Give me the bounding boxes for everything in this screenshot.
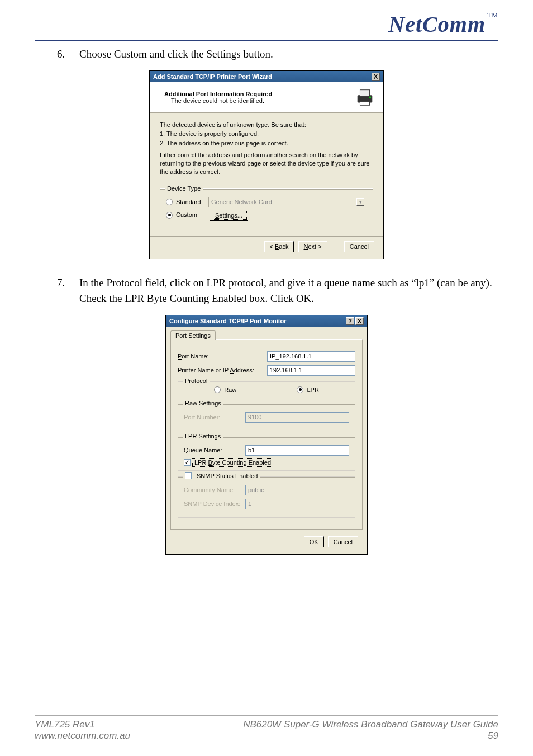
lpr-settings-legend: LPR Settings — [183, 433, 223, 440]
brand-logo: NetCommTM — [388, 11, 498, 37]
next-button[interactable]: Next > — [298, 241, 327, 252]
protocol-group: Protocol Raw LPR — [178, 381, 355, 398]
custom-radio-label[interactable]: Custom — [176, 211, 208, 219]
lpr-queue-label: Queue Name: — [184, 447, 245, 453]
wizard-body-line1: The detected device is of unknown type. … — [160, 121, 373, 129]
brand-text: NetComm — [388, 12, 486, 37]
portmonitor-tabstrip: Port Settings — [166, 327, 367, 339]
port-name-input[interactable] — [267, 351, 355, 362]
portmonitor-footer: OK Cancel — [166, 534, 367, 554]
lpr-bytecount-label: LPR Byte Counting Enabled — [193, 459, 272, 466]
portmonitor-dialog: Configure Standard TCP/IP Port Monitor ?… — [165, 315, 368, 555]
raw-radio-wrap[interactable]: Raw — [214, 386, 236, 393]
footer-doc-title: NB620W Super-G Wireless Broadband Gatewa… — [243, 719, 498, 730]
device-type-legend: Device Type — [165, 185, 203, 193]
wizard-subtitle-bold: Additional Port Information Required — [164, 91, 272, 97]
ok-button[interactable]: OK — [304, 536, 324, 547]
figure-portmonitor-dialog: Configure Standard TCP/IP Port Monitor ?… — [35, 315, 498, 555]
custom-radio[interactable] — [166, 212, 173, 219]
printer-icon — [354, 87, 375, 108]
device-type-combo[interactable]: Generic Network Card ▾ — [208, 197, 367, 207]
wizard-subtitle-small: The device could not be identified. — [171, 97, 272, 104]
page-footer: YML725 Rev1 www.netcomm.com.au NB620W Su… — [35, 715, 498, 741]
portmonitor-tab-body: Port Name: Printer Name or IP Address: P… — [170, 339, 363, 530]
step-6-number: 6. — [57, 46, 79, 63]
snmp-group: SNMP Status Enabled Community Name: SNMP… — [178, 476, 355, 518]
raw-radio[interactable] — [214, 386, 221, 393]
step-7: 7. In the Protocol field, click on LPR p… — [57, 275, 498, 307]
figure-wizard-dialog: Add Standard TCP/IP Printer Port Wizard … — [35, 70, 498, 259]
wizard-body-line3: 2. The address on the previous page is c… — [160, 139, 373, 148]
port-name-row: Port Name: — [178, 351, 355, 362]
wizard-body-line2: 1. The device is properly configured. — [160, 130, 373, 138]
snmp-legend[interactable]: SNMP Status Enabled — [183, 472, 260, 479]
lpr-radio-wrap[interactable]: LPR — [297, 386, 318, 393]
standard-radio-row: Standard Generic Network Card ▾ — [166, 197, 367, 207]
raw-settings-legend: Raw Settings — [183, 400, 223, 407]
printer-address-row: Printer Name or IP Address: — [178, 365, 355, 376]
step-6: 6. Choose Custom and click the Settings … — [57, 46, 498, 63]
cancel-button[interactable]: Cancel — [328, 536, 358, 547]
snmp-community-input — [245, 485, 349, 495]
portmonitor-title-text: Configure Standard TCP/IP Port Monitor — [169, 318, 286, 324]
lpr-bytecount-row[interactable]: LPR Byte Counting Enabled — [184, 459, 349, 466]
svg-rect-1 — [360, 89, 369, 96]
footer-left: YML725 Rev1 www.netcomm.com.au — [35, 719, 130, 741]
close-icon[interactable]: X — [372, 73, 380, 81]
standard-radio-label[interactable]: Standard — [176, 198, 208, 206]
close-icon[interactable]: X — [355, 317, 364, 325]
lpr-queue-input[interactable] — [245, 445, 349, 456]
snmp-legend-label: SNMP Status Enabled — [197, 472, 258, 479]
step-7-number: 7. — [57, 275, 79, 307]
wizard-subheader-text: Additional Port Information Required The… — [164, 91, 272, 104]
wizard-body-para2: Either correct the address and perform a… — [160, 151, 373, 176]
snmp-enabled-checkbox[interactable] — [185, 472, 192, 479]
step-6-text: Choose Custom and click the Settings but… — [79, 46, 498, 63]
device-type-combo-value: Generic Network Card — [211, 198, 272, 206]
settings-button[interactable]: Settings... — [210, 210, 248, 221]
lpr-radio[interactable] — [297, 386, 303, 393]
printer-address-input[interactable] — [267, 365, 355, 376]
lpr-bytecount-checkbox[interactable] — [184, 459, 191, 466]
back-button[interactable]: < Back — [264, 241, 294, 252]
wizard-footer: < Back Next > Cancel — [150, 236, 383, 259]
snmp-community-label: Community Name: — [184, 486, 245, 493]
raw-portnum-input — [245, 412, 349, 423]
snmp-index-label: SNMP Device Index: — [184, 500, 245, 507]
svg-point-3 — [369, 96, 371, 98]
page-header: NetCommTM — [35, 11, 498, 41]
protocol-legend: Protocol — [183, 377, 210, 384]
help-icon[interactable]: ? — [346, 317, 354, 325]
lpr-radio-label: LPR — [307, 386, 318, 393]
trademark-symbol: TM — [487, 11, 498, 19]
lpr-settings-group: LPR Settings Queue Name: LPR Byte Counti… — [178, 437, 355, 471]
wizard-title-text: Add Standard TCP/IP Printer Port Wizard — [153, 73, 272, 80]
cancel-button[interactable]: Cancel — [344, 241, 374, 252]
standard-radio[interactable] — [166, 199, 173, 205]
wizard-titlebar: Add Standard TCP/IP Printer Port Wizard … — [150, 71, 383, 82]
raw-radio-label: Raw — [224, 386, 236, 393]
device-type-group: Device Type Standard Generic Network Car… — [160, 188, 373, 228]
wizard-subheader: Additional Port Information Required The… — [150, 82, 383, 113]
custom-radio-row: Custom Settings... — [166, 210, 367, 221]
step-7-text: In the Protocol field, click on LPR prot… — [79, 275, 498, 307]
port-name-label: Port Name: — [178, 353, 267, 360]
tab-port-settings[interactable]: Port Settings — [170, 330, 216, 340]
footer-right: NB620W Super-G Wireless Broadband Gatewa… — [243, 719, 498, 741]
footer-page-number: 59 — [243, 730, 498, 741]
wizard-dialog: Add Standard TCP/IP Printer Port Wizard … — [149, 70, 384, 259]
svg-rect-2 — [360, 101, 369, 105]
chevron-down-icon: ▾ — [356, 198, 364, 206]
footer-url: www.netcomm.com.au — [35, 730, 130, 741]
raw-settings-group: Raw Settings Port Number: — [178, 404, 355, 431]
portmonitor-titlebar: Configure Standard TCP/IP Port Monitor ?… — [166, 315, 367, 327]
footer-doc-rev: YML725 Rev1 — [35, 719, 130, 730]
raw-portnum-label: Port Number: — [184, 414, 245, 420]
wizard-body: The detected device is of unknown type. … — [150, 113, 383, 236]
snmp-index-input — [245, 499, 349, 509]
printer-address-label: Printer Name or IP Address: — [178, 367, 267, 374]
